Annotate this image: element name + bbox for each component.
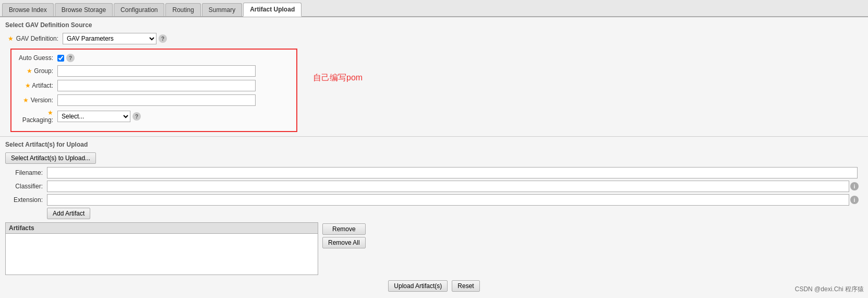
select-artifacts-button[interactable]: Select Artifact(s) to Upload... [5, 152, 96, 164]
artifact-row: ★ Artifact: [16, 80, 292, 91]
extension-label: Extension: [5, 196, 47, 204]
gav-definition-row: ★ GAV Definition: GAV Parameters From PO… [5, 33, 863, 44]
version-label: ★ Version: [16, 97, 57, 104]
artifact-label: ★ Artifact: [16, 82, 57, 89]
filename-label: Filename: [5, 169, 47, 176]
filename-input[interactable] [47, 167, 858, 178]
artifacts-header: Artifacts [5, 222, 318, 233]
filename-row: Filename: [5, 167, 863, 178]
group-row: ★ Group: [16, 65, 292, 77]
tabs-bar: Browse Index Browse Storage Configuratio… [0, 0, 868, 17]
auto-guess-help-icon[interactable]: ? [66, 54, 75, 62]
reset-button[interactable]: Reset [452, 280, 479, 292]
classifier-row: Classifier: i [5, 181, 863, 192]
tab-browse-index[interactable]: Browse Index [2, 3, 54, 16]
extension-input[interactable] [47, 194, 849, 206]
packaging-row: ★ Packaging: Select... jar war pom ear z… [16, 109, 292, 124]
tab-configuration[interactable]: Configuration [114, 3, 164, 16]
tab-browse-storage[interactable]: Browse Storage [55, 3, 113, 16]
extension-row: Extension: i [5, 194, 863, 206]
version-row: ★ Version: [16, 94, 292, 106]
classifier-label: Classifier: [5, 183, 47, 190]
artifact-input[interactable] [57, 80, 256, 91]
version-input[interactable] [57, 94, 256, 106]
gav-section: Select GAV Definition Source ★ GAV Defin… [0, 17, 868, 137]
auto-guess-field: ? [57, 54, 75, 62]
artifacts-buttons: Remove Remove All [322, 222, 366, 275]
extension-info-icon[interactable]: i [850, 196, 859, 204]
select-artifacts-row: Select Artifact(s) to Upload... [5, 152, 863, 164]
gav-definition-label: ★ GAV Definition: [5, 35, 63, 42]
add-artifact-button[interactable]: Add Artifact [47, 208, 90, 219]
auto-guess-label: Auto Guess: [16, 54, 57, 62]
gav-section-title: Select GAV Definition Source [5, 21, 863, 29]
auto-guess-checkbox[interactable] [57, 55, 64, 62]
auto-guess-row: Auto Guess: ? [16, 54, 292, 62]
tab-summary[interactable]: Summary [202, 3, 242, 16]
packaging-label: ★ Packaging: [16, 109, 57, 124]
annotation: 自己编写pom [313, 73, 363, 84]
remove-all-button[interactable]: Remove All [322, 237, 366, 248]
packaging-select[interactable]: Select... jar war pom ear zip [57, 111, 130, 122]
packaging-help-icon[interactable]: ? [132, 112, 141, 121]
gav-help-icon[interactable]: ? [159, 34, 167, 43]
tab-routing[interactable]: Routing [165, 3, 200, 16]
bottom-buttons: Upload Artifact(s) Reset [5, 275, 863, 297]
artifacts-area: Artifacts Remove Remove All [5, 222, 863, 275]
classifier-info-icon[interactable]: i [850, 182, 859, 190]
remove-button[interactable]: Remove [322, 223, 366, 235]
gav-params-box: Auto Guess: ? ★ Group: [10, 49, 297, 132]
group-label: ★ Group: [16, 67, 57, 75]
gav-definition-field: GAV Parameters From POM ? [63, 33, 167, 44]
watermark: CSDN @dexi.Chi 程序猿 [795, 285, 864, 294]
upload-artifacts-button[interactable]: Upload Artifact(s) [388, 280, 448, 292]
artifacts-body [5, 233, 318, 275]
artifacts-table: Artifacts [5, 222, 318, 275]
packaging-field: Select... jar war pom ear zip ? [57, 111, 141, 122]
upload-section: Select Artifact(s) for Upload Select Art… [0, 137, 868, 298]
group-input[interactable] [57, 65, 256, 77]
classifier-input[interactable] [47, 181, 849, 192]
tab-artifact-upload[interactable]: Artifact Upload [243, 3, 302, 17]
gav-definition-select[interactable]: GAV Parameters From POM [63, 33, 156, 44]
upload-section-title: Select Artifact(s) for Upload [5, 141, 863, 148]
